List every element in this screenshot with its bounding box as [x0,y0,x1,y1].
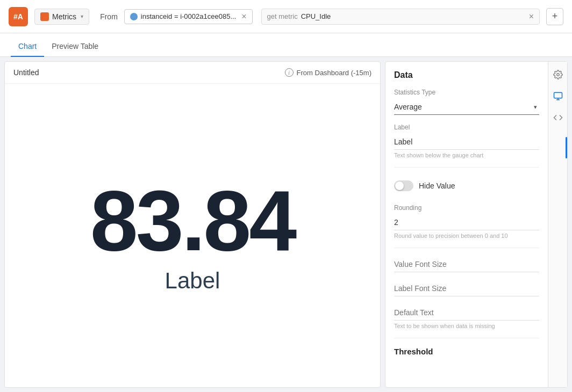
toggle-knob [395,182,404,190]
panel-sidebar [548,62,567,387]
panel-section-title: Data [394,70,539,80]
threshold-title: Threshold [394,347,539,356]
statistics-type-select-wrapper: Average Sum Min Max ▾ [394,99,539,115]
label-hint: Text shown below the gauge chart [394,152,539,158]
dashboard-info: i From Dashboard (-15m) [285,68,371,77]
info-icon: i [285,68,294,77]
divider-3 [394,338,539,338]
hide-value-label: Hide Value [419,182,455,190]
label-field-label: Label [394,124,539,131]
tab-bar: Chart Preview Table [0,33,572,57]
chart-big-value: 83.84 [90,178,295,264]
panel-content: Data Statistics Type Average Sum Min Max… [385,62,548,387]
monitor-icon[interactable] [552,90,564,103]
app-icon: #A [9,7,28,26]
right-panel: Data Statistics Type Average Sum Min Max… [385,61,568,388]
divider-1 [394,167,539,168]
from-label: From [100,12,118,21]
svg-point-0 [556,74,559,76]
filter-close-button[interactable]: × [241,12,246,21]
statistics-type-select[interactable]: Average Sum Min Max [394,99,539,114]
label-field-group: Label Text shown below the gauge chart [394,124,539,158]
svg-rect-1 [554,92,562,98]
filter-pill[interactable]: instanceid = i-0002a1cee085... × [124,9,253,24]
tab-preview-table[interactable]: Preview Table [44,37,106,57]
chart-title-bar: Untitled i From Dashboard (-15m) [5,62,380,84]
tab-chart[interactable]: Chart [11,37,44,57]
chart-body: 83.84 Label [5,84,380,387]
value-font-size-group [394,257,539,272]
get-metric-label: get metric [267,12,298,20]
metrics-icon [40,12,49,21]
default-text-input[interactable] [394,305,539,321]
default-text-group: Text to be shown when data is missing [394,305,539,329]
value-font-size-input[interactable] [394,257,539,272]
filter-icon [130,13,138,20]
statistics-type-label: Statistics Type [394,89,539,96]
rounding-hint: Round value to precision between 0 and 1… [394,233,539,239]
metric-value: CPU_Idle [301,12,526,20]
sidebar-accent-bar [566,137,567,158]
chart-big-label: Label [165,268,220,294]
metric-input-area: get metric CPU_Idle × [261,9,540,25]
chart-title: Untitled [13,68,39,77]
default-text-hint: Text to be shown when data is missing [394,323,539,329]
add-query-button[interactable]: + [546,8,563,25]
settings-icon[interactable] [552,68,564,81]
filter-value: instanceid = i-0002a1cee085... [141,12,236,20]
hide-value-row: Hide Value [394,176,539,195]
rounding-label: Rounding [394,204,539,212]
main-content: Untitled i From Dashboard (-15m) 83.84 L… [0,57,572,392]
rounding-field-group: Rounding Round value to precision betwee… [394,204,539,239]
metrics-label: Metrics [52,12,76,21]
chevron-down-icon: ▾ [81,13,83,19]
label-input[interactable] [394,134,539,150]
hide-value-toggle[interactable] [394,180,413,191]
dashboard-info-text: From Dashboard (-15m) [297,69,371,77]
code-icon[interactable] [552,111,564,124]
metric-clear-button[interactable]: × [529,12,534,21]
label-font-size-input[interactable] [394,281,539,296]
divider-2 [394,248,539,248]
chart-area: Untitled i From Dashboard (-15m) 83.84 L… [4,61,381,388]
top-bar: #A Metrics ▾ From instanceid = i-0002a1c… [0,0,572,33]
rounding-input[interactable] [394,215,539,230]
statistics-type-group: Statistics Type Average Sum Min Max ▾ [394,89,539,115]
label-font-size-group [394,281,539,296]
metrics-tab[interactable]: Metrics ▾ [34,9,89,25]
